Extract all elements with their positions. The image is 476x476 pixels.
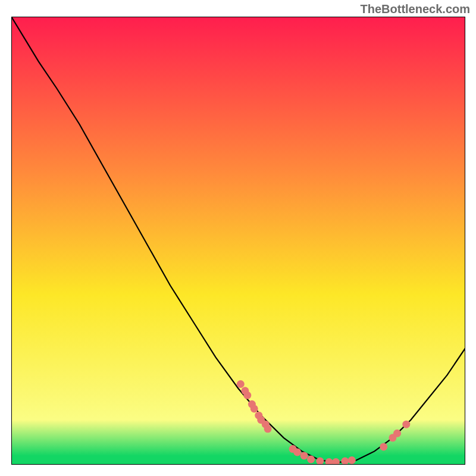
chart-container: TheBottleneck.com (0, 0, 476, 476)
chart-svg (11, 17, 465, 465)
scatter-point (243, 392, 251, 399)
scatter-point (293, 448, 301, 456)
scatter-point (402, 421, 410, 428)
gradient-bg (11, 17, 465, 465)
scatter-point (237, 380, 245, 388)
scatter-point (300, 452, 308, 459)
watermark-text: TheBottleneck.com (361, 2, 470, 16)
plot-area (11, 17, 465, 465)
scatter-point (316, 458, 324, 465)
scatter-point (380, 443, 387, 450)
scatter-point (393, 430, 401, 437)
scatter-point (250, 405, 258, 412)
scatter-point (348, 456, 356, 464)
scatter-point (264, 425, 272, 433)
scatter-point (341, 458, 349, 465)
scatter-point (307, 456, 315, 464)
